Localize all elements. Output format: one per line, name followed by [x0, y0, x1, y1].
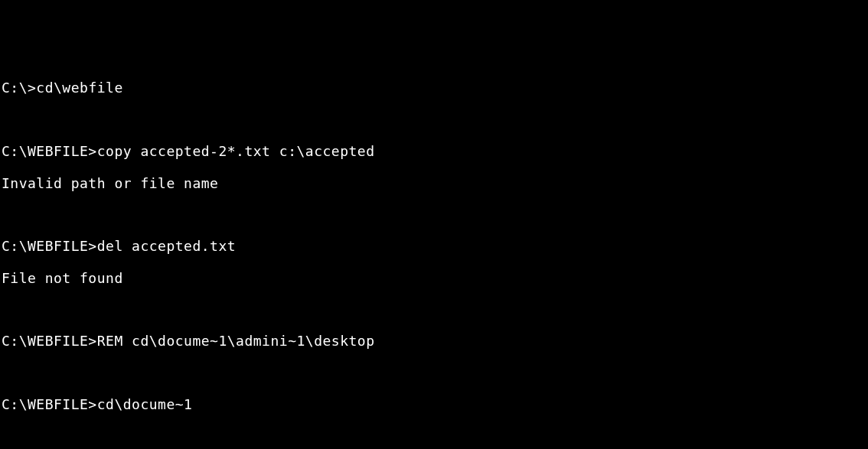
- blank-line: [2, 429, 868, 445]
- terminal-line: Invalid path or file name: [2, 176, 868, 192]
- terminal-line: C:\WEBFILE>cd\docume~1: [2, 397, 868, 413]
- prompt: C:\WEBFILE>: [2, 238, 97, 254]
- terminal-line: File not found: [2, 271, 868, 287]
- terminal-line: C:\WEBFILE>REM cd\docume~1\admini~1\desk…: [2, 333, 868, 350]
- terminal-line: C:\WEBFILE>del accepted.txt: [2, 239, 868, 255]
- blank-line: [2, 366, 868, 382]
- terminal-line: C:\WEBFILE>copy accepted-2*.txt c:\accep…: [2, 144, 868, 160]
- command: cd\docume~1: [97, 396, 193, 412]
- terminal-output[interactable]: C:\>cd\webfile C:\WEBFILE>copy accepted-…: [0, 63, 868, 449]
- terminal-line: C:\>cd\webfile: [2, 80, 868, 96]
- prompt: C:\WEBFILE>: [2, 143, 97, 159]
- output: Invalid path or file name: [2, 175, 218, 191]
- command: REM cd\docume~1\admini~1\desktop: [97, 333, 375, 349]
- prompt: C:\WEBFILE>: [2, 333, 97, 349]
- command: cd\webfile: [36, 80, 122, 96]
- command: copy accepted-2*.txt c:\accepted: [97, 143, 375, 159]
- prompt: C:\>: [2, 80, 36, 96]
- blank-line: [2, 112, 868, 129]
- command: del accepted.txt: [97, 238, 236, 254]
- output: File not found: [2, 270, 123, 286]
- blank-line: [2, 207, 868, 223]
- prompt: C:\WEBFILE>: [2, 396, 97, 412]
- blank-line: [2, 302, 868, 318]
